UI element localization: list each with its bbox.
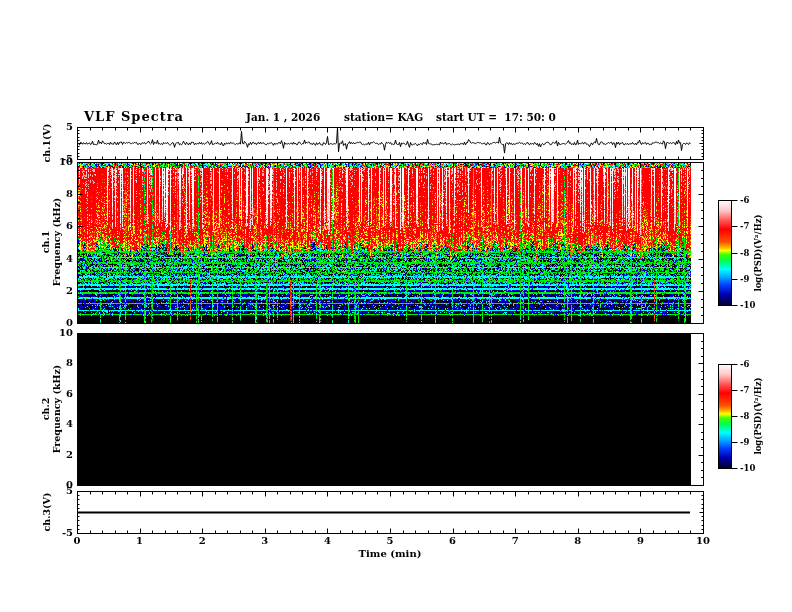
y-tick-label: 4 — [66, 254, 73, 264]
colorbar-tick-label: -7 — [740, 222, 749, 231]
y-tick-label: 2 — [66, 286, 73, 296]
y-tick-label: -5 — [62, 528, 73, 538]
x-tick-label: 9 — [637, 536, 644, 546]
x-tick-label: 1 — [136, 536, 143, 546]
ch2-label-line2: Frequency (kHz) — [51, 365, 62, 454]
y-tick-label: 6 — [66, 389, 73, 399]
y-tick-label: 8 — [66, 189, 73, 199]
colorbar-tick-label: -8 — [740, 412, 749, 421]
y-tick-label: 5 — [66, 486, 73, 496]
colorbar-tick-label: -10 — [740, 464, 755, 473]
y-tick-label: 8 — [66, 358, 73, 368]
colorbar-tick-label: -6 — [740, 360, 749, 369]
x-tick-label: 0 — [74, 536, 81, 546]
colorbar-tick-label: -6 — [740, 196, 749, 205]
start-ut-text: start UT = 17: 50: 0 — [436, 112, 556, 123]
y-tick-label: 2 — [66, 450, 73, 460]
ch2-frequency-axis-label: ch.2 Frequency (kHz) — [40, 365, 63, 454]
x-tick-label: 2 — [199, 536, 206, 546]
y-tick-label: 6 — [66, 221, 73, 231]
figure-title: VLF Spectra — [84, 110, 184, 123]
colorbar-tick-label: -9 — [740, 438, 749, 447]
y-tick-label: 10 — [59, 328, 73, 338]
ch1-label-line2: Frequency (kHz) — [51, 198, 62, 287]
x-tick-label: 10 — [696, 536, 710, 546]
x-tick-label: 4 — [324, 536, 331, 546]
x-tick-label: 8 — [574, 536, 581, 546]
x-tick-label: 7 — [512, 536, 519, 546]
ch2-label-line1: ch.2 — [40, 365, 51, 454]
station-text: station= KAG — [344, 112, 423, 123]
ch3-voltage-axis-label: ch.3(V) — [41, 493, 52, 532]
y-tick-label: 10 — [59, 157, 73, 167]
x-tick-label: 3 — [261, 536, 268, 546]
colorbar-tick-label: -10 — [740, 301, 755, 310]
ch1-label-line1: ch.1 — [40, 198, 51, 287]
colorbar2-label: log(PSD)(V²/Hz) — [753, 377, 763, 454]
x-tick-label: 5 — [387, 536, 394, 546]
time-axis-label: Time (min) — [359, 549, 422, 559]
ch1-frequency-axis-label: ch.1 Frequency (kHz) — [40, 198, 63, 287]
y-tick-label: 4 — [66, 419, 73, 429]
colorbar-tick-label: -9 — [740, 275, 749, 284]
x-tick-label: 6 — [449, 536, 456, 546]
date-text: Jan. 1 , 2026 — [246, 112, 320, 123]
ch1-voltage-axis-label: ch.1(V) — [41, 124, 52, 163]
plot-canvas — [0, 0, 792, 612]
colorbar-tick-label: -8 — [740, 248, 749, 257]
vlf-spectra-figure: VLF Spectra Jan. 1 , 2026 station= KAG s… — [0, 0, 792, 612]
colorbar1-label: log(PSD)(V²/Hz) — [753, 214, 763, 291]
y-tick-label: 5 — [66, 122, 73, 132]
colorbar-tick-label: -7 — [740, 386, 749, 395]
